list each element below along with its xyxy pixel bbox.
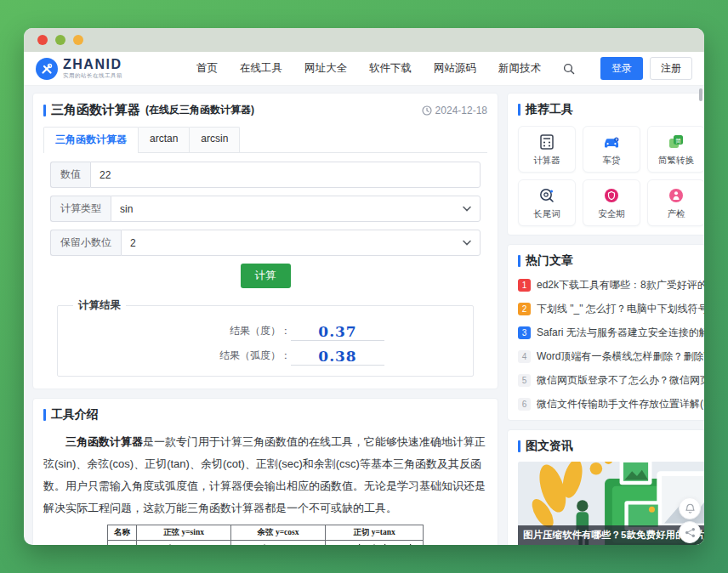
article-link[interactable]: 6 微信文件传输助手文件存放位置详解(电脑+手机) xyxy=(518,397,704,411)
decimals-label: 保留小数位 xyxy=(50,230,121,256)
rank-badge: 3 xyxy=(518,326,531,339)
page-subtitle: (在线反三角函数计算器) xyxy=(145,103,254,117)
rank-badge: 1 xyxy=(518,279,531,292)
table-header-name: 名称 xyxy=(108,525,137,541)
article-link[interactable]: 2 下划线 "_" 怎么打？电脑中下划线符号输入方法... xyxy=(518,302,704,316)
page-title: 三角函数计算器 xyxy=(51,102,140,118)
page-body: 三角函数计算器 (在线反三角函数计算器) 2024-12-18 三角函数计算器 … xyxy=(24,86,704,545)
decimals-select[interactable]: 2 xyxy=(121,230,481,256)
sidebar: 推荐工具 计算器 ¥ 车贷 简 简繁转换 xyxy=(507,93,704,538)
logo-text: ZHANID xyxy=(63,58,122,71)
title-accent-bar xyxy=(518,104,520,116)
result-rad-value: 0.38 xyxy=(291,349,384,366)
result-box: 计算结果 结果（度）： 0.37 结果（弧度）： 0.38 xyxy=(57,298,474,377)
chevron-down-icon xyxy=(463,240,471,246)
title-accent-bar xyxy=(518,255,520,267)
hot-articles-card: 热门文章 1 ed2k下载工具有哪些：8款广受好评的ed2k下载工... 2 下… xyxy=(507,244,704,421)
news-thumbnail[interactable]: 图片压缩软件有哪些？5款免费好用的图片压缩软件推 xyxy=(518,462,704,545)
minimize-window-button[interactable] xyxy=(55,35,65,45)
share-button[interactable] xyxy=(679,521,701,543)
bell-icon xyxy=(685,503,696,514)
convert-icon: 简 xyxy=(668,133,685,150)
nav-item-online-tools[interactable]: 在线工具 xyxy=(240,61,282,76)
article-link[interactable]: 1 ed2k下载工具有哪些：8款广受好评的ed2k下载工... xyxy=(518,278,704,292)
main-nav: 首页 在线工具 网址大全 软件下载 网站源码 新闻技术 登录 注册 xyxy=(196,57,692,80)
calculate-button[interactable]: 计算 xyxy=(241,264,291,288)
site-logo[interactable]: ZHANID 实用的站长在线工具箱 xyxy=(36,58,122,80)
table-header-tan: 正切 y=tanx xyxy=(326,525,424,541)
rank-badge: 2 xyxy=(518,303,531,315)
window-titlebar xyxy=(24,28,704,52)
car-icon: ¥ xyxy=(602,133,621,150)
tool-longtail-keyword[interactable]: 长尾词 xyxy=(518,179,576,226)
calculator-icon xyxy=(538,133,555,150)
nav-item-site-directory[interactable]: 网址大全 xyxy=(304,61,347,76)
tool-safe-period[interactable]: 安全期 xyxy=(583,179,640,226)
prenatal-icon xyxy=(668,187,685,204)
browser-window: ZHANID 实用的站长在线工具箱 首页 在线工具 网址大全 软件下载 网站源码… xyxy=(24,28,704,545)
tool-car-loan[interactable]: ¥ 车贷 xyxy=(583,126,640,173)
title-accent-bar xyxy=(518,440,520,452)
tool-intro-card: 工具介绍 三角函数计算器是一款专门用于计算三角函数值的在线工具，它能够快速准确地… xyxy=(32,398,498,545)
search-icon[interactable] xyxy=(563,63,575,75)
value-label: 数值 xyxy=(50,162,90,188)
register-button[interactable]: 注册 xyxy=(650,57,692,80)
result-deg-value: 0.37 xyxy=(291,324,384,341)
share-icon xyxy=(685,527,696,538)
zoom-window-button[interactable] xyxy=(73,35,83,45)
news-title: 图文资讯 xyxy=(526,439,573,454)
article-link[interactable]: 5 微信网页版登录不了怎么办？微信网页版登录不了... xyxy=(518,373,704,388)
calc-type-label: 计算类型 xyxy=(50,196,111,222)
tab-trig-calculator[interactable]: 三角函数计算器 xyxy=(43,127,139,152)
login-button[interactable]: 登录 xyxy=(600,57,643,80)
nav-item-news-tech[interactable]: 新闻技术 xyxy=(498,61,541,76)
publish-date: 2024-12-18 xyxy=(422,105,487,116)
table-header-sin: 正弦 y=sinx xyxy=(137,525,231,541)
rank-badge: 4 xyxy=(518,350,531,363)
scrollbar-thumb[interactable] xyxy=(699,88,702,101)
intro-paragraph: 三角函数计算器是一款专门用于计算三角函数值的在线工具，它能够快速准确地计算正弦(… xyxy=(43,431,487,519)
intro-title: 工具介绍 xyxy=(51,407,99,423)
wrench-tools-icon xyxy=(36,58,58,80)
keyword-search-icon xyxy=(538,187,555,204)
nav-item-software-download[interactable]: 软件下载 xyxy=(369,61,412,76)
site-header: ZHANID 实用的站长在线工具箱 首页 在线工具 网址大全 软件下载 网站源码… xyxy=(24,52,704,86)
close-window-button[interactable] xyxy=(37,35,48,45)
svg-text:¥: ¥ xyxy=(616,138,618,142)
nav-item-home[interactable]: 首页 xyxy=(196,61,218,76)
result-legend: 计算结果 xyxy=(73,298,126,313)
clock-icon xyxy=(422,105,432,116)
result-deg-label: 结果（度）： xyxy=(146,324,291,341)
article-link[interactable]: 3 Safari 无法与服务器建立安全连接的解决方法 xyxy=(518,326,704,340)
news-caption: 图片压缩软件有哪些？5款免费好用的图片压缩软件推 xyxy=(518,525,704,545)
tab-arcsin[interactable]: arcsin xyxy=(189,127,240,152)
chevron-down-icon xyxy=(463,206,471,212)
title-accent-bar xyxy=(43,105,46,116)
pictorial-news-card: 图文资讯 图片 xyxy=(507,429,704,545)
recommended-tools-card: 推荐工具 计算器 ¥ 车贷 简 简繁转换 xyxy=(507,93,704,235)
cosine-curve-graph: yx xyxy=(234,542,322,545)
article-link[interactable]: 4 Word顶端有一条横线怎样删除？删除Word顶部横... xyxy=(518,349,704,364)
rank-badge: 5 xyxy=(518,374,531,387)
main-column: 三角函数计算器 (在线反三角函数计算器) 2024-12-18 三角函数计算器 … xyxy=(32,93,498,538)
nav-item-site-source[interactable]: 网站源码 xyxy=(434,61,476,76)
tool-prenatal-check[interactable]: 产检 xyxy=(647,179,704,226)
sine-curve-graph: yx xyxy=(139,542,228,545)
notification-bell-button[interactable] xyxy=(679,497,701,519)
tab-arctan[interactable]: arctan xyxy=(138,127,190,152)
calc-type-select[interactable]: sin xyxy=(111,196,481,222)
rank-badge: 6 xyxy=(518,398,531,411)
calculator-form: 数值 计算类型 sin 保留小数位 2 xyxy=(43,153,487,377)
value-input[interactable] xyxy=(90,162,481,188)
result-rad-label: 结果（弧度）： xyxy=(146,349,291,366)
title-accent-bar xyxy=(43,409,46,421)
tool-calculator[interactable]: 计算器 xyxy=(518,126,576,173)
table-header-cos: 余弦 y=cosx xyxy=(231,525,326,541)
tool-simplified-traditional-convert[interactable]: 简 简繁转换 xyxy=(647,126,704,173)
articles-title: 热门文章 xyxy=(526,253,573,269)
calculator-tabs: 三角函数计算器 arctan arcsin xyxy=(43,127,487,153)
safe-period-icon xyxy=(603,187,620,204)
trig-reference-table: 名称 正弦 y=sinx 余弦 y=cosx 正切 y=tanx 图象 yx y… xyxy=(107,525,424,545)
logo-tagline: 实用的站长在线工具箱 xyxy=(63,73,122,79)
tangent-curve-graph: yx xyxy=(328,542,420,545)
